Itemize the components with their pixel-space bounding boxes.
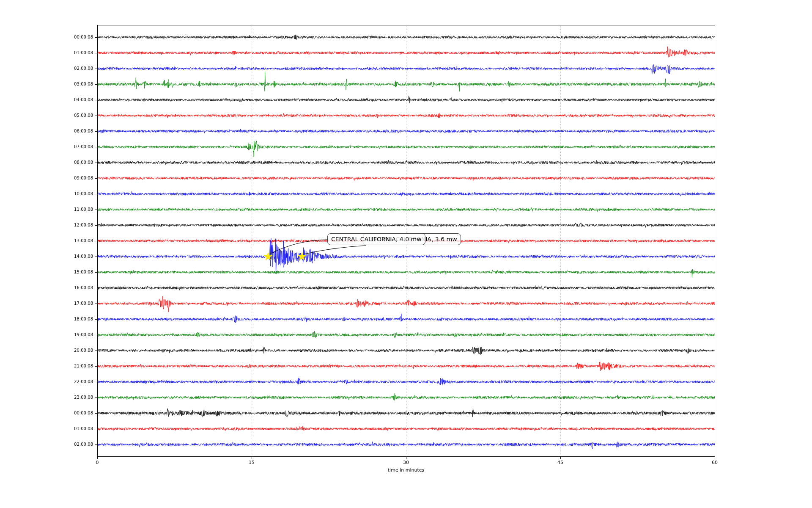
row-time-label: 02:00:08 xyxy=(59,66,93,71)
row-time-label: 19:00:08 xyxy=(59,332,93,337)
row-time-label: 00:00:08 xyxy=(59,34,93,40)
row-time-label: 01:00:08 xyxy=(59,50,93,55)
row-time-label: 06:00:08 xyxy=(59,128,93,134)
row-time-label: 21:00:08 xyxy=(59,363,93,369)
x-tick-label: 45 xyxy=(551,460,570,465)
row-time-label: 17:00:08 xyxy=(59,301,93,306)
row-time-label: 12:00:08 xyxy=(59,222,93,228)
row-time-label: 03:00:08 xyxy=(59,81,93,87)
row-time-label: 23:00:08 xyxy=(59,395,93,400)
x-tick-label: 30 xyxy=(397,460,415,465)
row-time-label: 04:00:08 xyxy=(59,97,93,102)
row-time-label: 02:00:08 xyxy=(59,442,93,447)
row-time-label: 10:00:08 xyxy=(59,191,93,196)
row-time-label: 00:00:08 xyxy=(59,410,93,416)
x-tick-label: 60 xyxy=(705,460,724,465)
row-time-label: 14:00:08 xyxy=(59,254,93,259)
row-time-label: 22:00:08 xyxy=(59,379,93,384)
row-time-label: 07:00:08 xyxy=(59,144,93,149)
row-time-label: 20:00:08 xyxy=(59,348,93,353)
row-time-label: 08:00:08 xyxy=(59,160,93,165)
row-time-label: 16:00:08 xyxy=(59,285,93,290)
row-time-label: 09:00:08 xyxy=(59,175,93,181)
row-time-label: 11:00:08 xyxy=(59,207,93,212)
x-tick-label: 15 xyxy=(242,460,261,465)
event-star-icon: ★ xyxy=(297,251,307,262)
row-time-label: 01:00:08 xyxy=(59,426,93,431)
event-annotation-box: CENTRAL CALIFORNIA, 4.0 mw xyxy=(327,233,425,245)
row-time-label: 18:00:08 xyxy=(59,316,93,322)
row-time-label: 05:00:08 xyxy=(59,113,93,118)
row-time-label: 15:00:08 xyxy=(59,269,93,275)
x-tick-label: 0 xyxy=(88,460,107,465)
helicorder-plot-canvas xyxy=(0,0,812,508)
row-time-label: 13:00:08 xyxy=(59,238,93,243)
seismogram-figure: US.EDHPI.00.BHZ 00:00:0801:00:0802:00:08… xyxy=(0,0,812,508)
x-axis-label: time in minutes xyxy=(343,467,469,473)
event-star-icon: ★ xyxy=(263,251,273,262)
